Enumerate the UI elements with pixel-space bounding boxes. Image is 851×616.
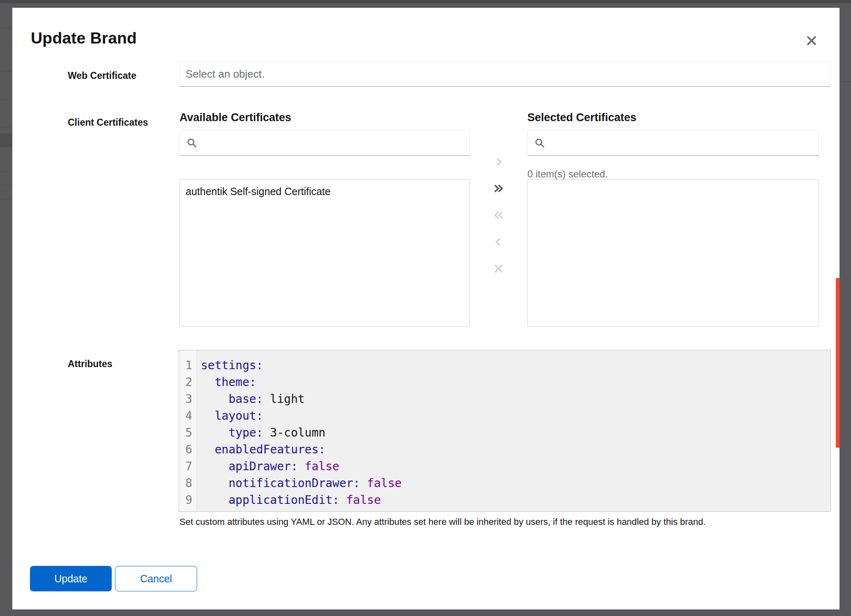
line-number: 2 <box>179 374 192 391</box>
line-number: 7 <box>179 458 192 475</box>
selected-list <box>527 179 819 326</box>
code-line: applicationEdit: false <box>201 492 402 508</box>
code-line: apiDrawer: false <box>201 458 402 475</box>
angle-right-icon <box>493 156 504 168</box>
line-number: 9 <box>179 492 192 508</box>
search-icon <box>186 138 197 148</box>
attributes-code-editor[interactable]: 123456789 settings: theme: base: light l… <box>179 350 831 512</box>
close-icon <box>805 34 818 47</box>
code-line: base: light <box>201 391 402 407</box>
background-row-divider <box>0 171 12 172</box>
code-line: layout: <box>201 407 402 424</box>
background-row-divider <box>0 99 12 100</box>
list-item[interactable]: authentik Self-signed Certificate <box>180 180 469 203</box>
remove-all-button[interactable] <box>492 209 505 221</box>
code-line: type: 3-column <box>201 424 402 441</box>
update-brand-modal: Update Brand Web Certificate Select an o… <box>12 8 840 609</box>
code-editor-lines: settings: theme: base: light layout: typ… <box>197 357 402 511</box>
line-number: 1 <box>179 357 192 374</box>
code-line: settings: <box>201 357 402 374</box>
close-button[interactable] <box>804 33 819 48</box>
angle-left-icon <box>493 236 504 248</box>
code-line: notificationDrawer: false <box>201 475 402 492</box>
clear-selection-button[interactable] <box>492 262 505 274</box>
background-top-shade <box>0 0 851 3</box>
transfer-controls <box>487 156 511 274</box>
background-selected-row <box>0 133 12 147</box>
background-row-divider <box>0 185 12 185</box>
web-certificate-label: Web Certificate <box>68 70 136 81</box>
update-button[interactable]: Update <box>30 566 112 591</box>
code-editor-gutter: 123456789 <box>179 350 197 512</box>
background-row-divider <box>0 28 12 28</box>
web-certificate-placeholder: Select an object. <box>186 68 264 80</box>
available-list: authentik Self-signed Certificate <box>179 179 470 326</box>
selected-certificates-heading: Selected Certificates <box>527 111 637 124</box>
web-certificate-select[interactable]: Select an object. <box>179 62 831 87</box>
code-line: theme: <box>201 374 402 391</box>
line-number: 6 <box>179 441 192 458</box>
search-icon <box>534 138 545 148</box>
remove-selected-button[interactable] <box>492 236 505 248</box>
selected-search-box <box>527 130 819 156</box>
selected-search-input[interactable] <box>551 130 818 155</box>
scrollbar-thumb[interactable] <box>836 278 840 448</box>
code-line: enabledFeatures: <box>201 441 402 458</box>
background-row-divider <box>0 199 12 200</box>
double-angle-right-icon <box>492 183 505 194</box>
attributes-label: Attributes <box>68 359 113 370</box>
background-row-divider <box>0 127 12 128</box>
line-number: 4 <box>179 407 192 424</box>
times-icon <box>493 263 504 274</box>
add-all-button[interactable] <box>492 182 505 194</box>
background-row-divider <box>840 81 851 82</box>
line-number: 3 <box>179 391 192 407</box>
page-title: Update Brand <box>31 29 137 47</box>
available-certificates-heading: Available Certificates <box>179 111 291 124</box>
available-search-input[interactable] <box>203 130 469 155</box>
attributes-help-text: Set custom attributes using YAML or JSON… <box>179 517 820 527</box>
add-selected-button[interactable] <box>492 156 505 168</box>
background-row-divider <box>0 71 12 71</box>
line-number: 8 <box>179 475 192 492</box>
cancel-button[interactable]: Cancel <box>115 566 197 591</box>
available-search-box <box>179 130 470 156</box>
double-angle-left-icon <box>492 209 505 221</box>
client-certificates-label: Client Certificates <box>68 117 148 128</box>
line-number: 5 <box>179 424 192 441</box>
